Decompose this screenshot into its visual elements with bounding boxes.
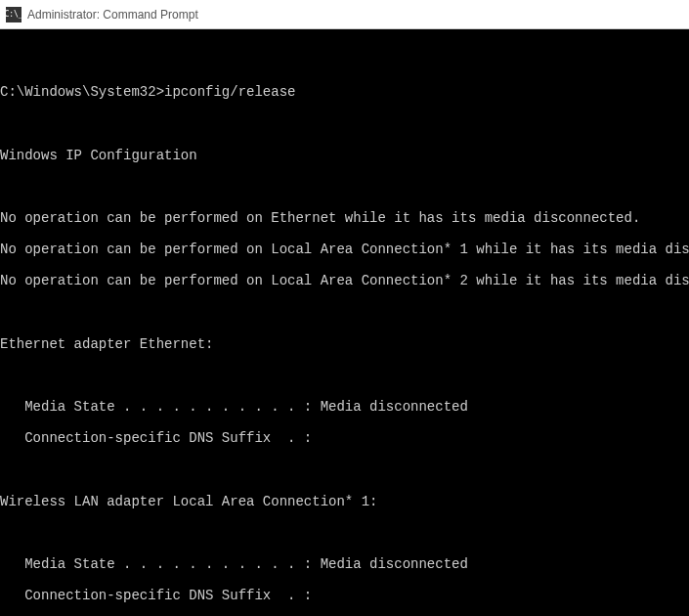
blank-line	[0, 462, 689, 478]
window-title: Administrator: Command Prompt	[27, 8, 198, 22]
blank-line	[0, 305, 689, 321]
noop-line: No operation can be performed on Etherne…	[0, 210, 689, 226]
adapter-row: Connection-specific DNS Suffix . :	[0, 430, 689, 446]
adapter-row: Media State . . . . . . . . . . . : Medi…	[0, 399, 689, 415]
noop-line: No operation can be performed on Local A…	[0, 273, 689, 288]
prompt: C:\Windows\System32>	[0, 84, 164, 100]
output-header: Windows IP Configuration	[0, 148, 689, 163]
title-bar[interactable]: Administrator: Command Prompt	[0, 0, 689, 29]
adapter-title: Ethernet adapter Ethernet:	[0, 336, 689, 352]
adapter-title: Wireless LAN adapter Local Area Connecti…	[0, 494, 689, 509]
terminal-output[interactable]: C:\Windows\System32>ipconfig/release Win…	[0, 29, 689, 616]
blank-line	[0, 368, 689, 383]
noop-line: No operation can be performed on Local A…	[0, 242, 689, 257]
blank-line	[0, 53, 689, 68]
blank-line	[0, 179, 689, 195]
blank-line	[0, 525, 689, 541]
blank-line	[0, 115, 689, 131]
command: ipconfig/release	[164, 84, 295, 100]
cmd-icon	[6, 7, 22, 22]
prompt-line: C:\Windows\System32>ipconfig/release	[0, 84, 689, 100]
adapter-row: Connection-specific DNS Suffix . :	[0, 588, 689, 603]
adapter-row: Media State . . . . . . . . . . . : Medi…	[0, 556, 689, 572]
